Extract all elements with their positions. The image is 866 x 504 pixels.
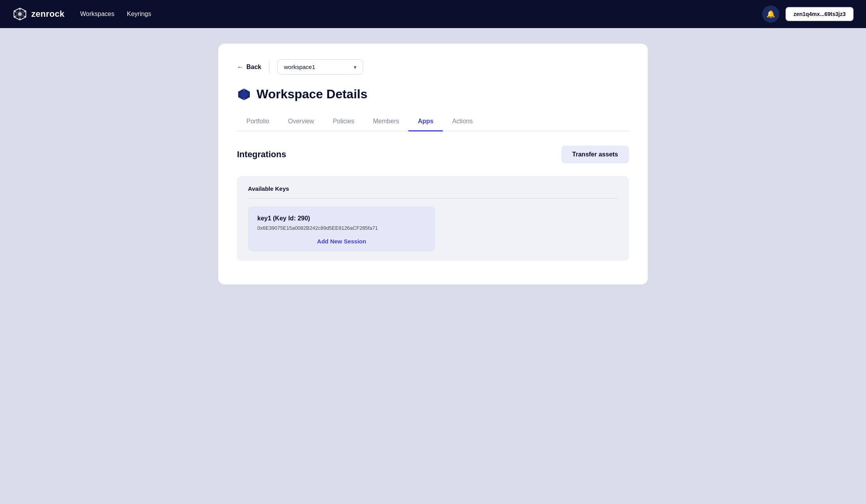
page-title-row: Workspace Details (237, 87, 629, 101)
top-row: ← Back workspace1 ▾ (237, 59, 629, 75)
page-title: Workspace Details (257, 87, 367, 101)
available-keys-box: Available Keys key1 (Key Id: 290) 0x6E39… (237, 176, 629, 261)
logo-text: zenrock (31, 9, 64, 19)
back-label: Back (246, 64, 261, 71)
workspace-detail-icon (237, 87, 251, 101)
navbar: zenrock Workspaces Keyrings 🔔 zen1q4mx..… (0, 0, 866, 28)
tab-portfolio[interactable]: Portfolio (237, 114, 279, 131)
tabs-row: Portfolio Overview Policies Members Apps… (237, 114, 629, 131)
nav-left: zenrock Workspaces Keyrings (12, 7, 151, 21)
tab-actions[interactable]: Actions (443, 114, 482, 131)
zenrock-logo-icon (12, 7, 27, 21)
nav-keyrings[interactable]: Keyrings (127, 11, 151, 18)
svg-point-2 (18, 12, 22, 16)
nav-links: Workspaces Keyrings (80, 11, 151, 18)
bell-icon: 🔔 (766, 10, 775, 18)
chevron-down-icon: ▾ (354, 64, 356, 70)
vertical-divider (269, 61, 269, 73)
nav-workspaces[interactable]: Workspaces (80, 11, 114, 18)
main-card: ← Back workspace1 ▾ Workspace Details Po… (218, 44, 648, 284)
integrations-title: Integrations (237, 149, 286, 160)
key-name: key1 (Key Id: 290) (257, 215, 426, 222)
tab-apps[interactable]: Apps (408, 114, 443, 131)
wallet-address-button[interactable]: zen1q4mx...69ts3jz3 (786, 7, 854, 21)
tab-members[interactable]: Members (364, 114, 409, 131)
logo-area: zenrock (12, 7, 64, 21)
transfer-assets-button[interactable]: Transfer assets (561, 146, 629, 163)
tab-overview[interactable]: Overview (279, 114, 324, 131)
page-content: ← Back workspace1 ▾ Workspace Details Po… (0, 28, 866, 300)
notifications-button[interactable]: 🔔 (762, 5, 779, 23)
add-new-session-button[interactable]: Add New Session (257, 238, 426, 245)
workspace-selector-value: workspace1 (284, 64, 315, 70)
keys-divider (248, 198, 618, 199)
workspace-selector[interactable]: workspace1 ▾ (277, 59, 363, 75)
tab-policies[interactable]: Policies (323, 114, 364, 131)
back-arrow-icon: ← (237, 64, 243, 71)
key-card: key1 (Key Id: 290) 0x6E39075E15a0082B242… (248, 206, 435, 252)
nav-right: 🔔 zen1q4mx...69ts3jz3 (762, 5, 854, 23)
section-header: Integrations Transfer assets (237, 146, 629, 163)
available-keys-title: Available Keys (248, 185, 618, 192)
back-button[interactable]: ← Back (237, 64, 261, 71)
key-hash: 0x6E39075E15a0082B242c89d5EE8126aCF285fa… (257, 225, 426, 231)
